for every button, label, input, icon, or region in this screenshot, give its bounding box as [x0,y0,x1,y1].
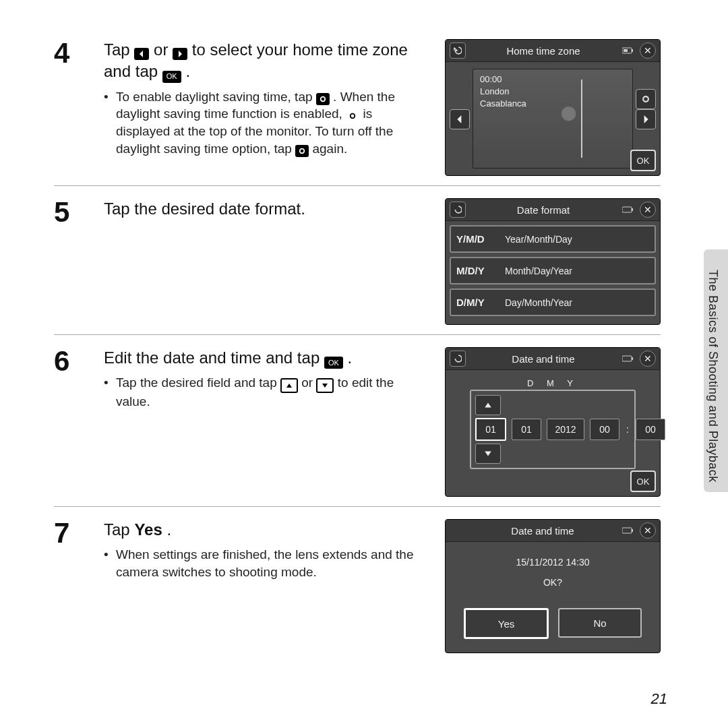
dmy-header: D M Y [452,378,653,388]
no-button[interactable]: No [558,608,642,638]
step-6-bullet: Tap the desired field and tap or to edit… [104,374,426,411]
step-4-headline: Tap or to select your home time zone and… [104,39,426,83]
screen-title: Date and time [468,525,617,537]
option-label: Month/Day/Year [505,266,572,276]
decrement-button[interactable] [475,444,501,464]
text: Tap [104,520,134,539]
hour-field[interactable]: 00 [590,419,619,440]
screen-date-format: Date format ✕ Y/M/D Year/Month/Day M/D/Y… [445,198,661,325]
battery-icon [621,202,636,217]
year-field[interactable]: 2012 [547,419,584,440]
down-arrow-icon [316,378,334,393]
svg-point-3 [351,115,355,118]
step-4-bullet: To enable daylight saving time, tap . Wh… [104,88,426,158]
ok-button[interactable]: OK [630,150,656,171]
svg-rect-8 [624,49,628,52]
step-number: 4 [54,39,85,176]
minute-field[interactable]: 00 [636,419,665,440]
back-icon[interactable] [450,202,466,218]
text: to select your home time zone and tap [104,40,408,80]
battery-icon [621,43,636,58]
option-label: Year/Month/Day [505,234,572,245]
option-label: Day/Month/Year [505,297,572,308]
svg-rect-13 [622,356,632,361]
svg-rect-16 [632,529,633,532]
close-icon[interactable]: ✕ [640,42,656,59]
confirm-datetime: 15/11/2012 14:30 [452,557,653,568]
svg-rect-11 [622,207,632,212]
yes-button[interactable]: Yes [464,608,549,639]
svg-point-1 [321,97,324,100]
day-field[interactable]: 01 [475,418,506,441]
right-arrow-icon [173,48,187,60]
svg-rect-7 [632,49,633,52]
battery-icon [621,351,636,366]
back-icon[interactable] [450,351,466,367]
date-format-option-ymd[interactable]: Y/M/D Year/Month/Day [450,225,656,253]
screen-title: Date and time [470,353,617,365]
step-number: 7 [54,519,85,653]
map-time: 00:00 [480,73,526,86]
step-7: 7 Tap Yes . When settings are finished, … [54,507,661,663]
ok-icon: OK [162,71,181,83]
prev-timezone-button[interactable] [450,109,470,129]
text: Edit the date and time and tap [104,348,324,367]
step-7-bullet: When settings are finished, the lens ext… [104,546,426,580]
page-number: 21 [651,690,667,708]
confirm-prompt: OK? [452,577,653,588]
map-city: Casablanca [480,98,526,110]
close-icon[interactable]: ✕ [640,202,656,218]
step-number: 5 [54,198,85,325]
step-4: 4 Tap or to select your home time zone a… [54,27,661,186]
step-7-headline: Tap Yes . [104,519,426,541]
text: Tap the desired field and tap [116,375,280,390]
screen-home-time-zone: Home time zone ✕ 00:00 London Casablanca [445,39,661,176]
text: . [185,62,190,80]
step-5-headline: Tap the desired date format. [104,198,426,220]
ok-button[interactable]: OK [630,471,656,492]
step-6: 6 Edit the date and time and tap OK . Ta… [54,335,661,507]
dst-icon [295,145,309,157]
increment-button[interactable] [475,395,501,415]
side-section-label: The Basics of Shooting and Playback [706,270,720,483]
svg-point-5 [301,149,304,152]
option-key: D/M/Y [456,297,495,308]
date-format-option-mdy[interactable]: M/D/Y Month/Day/Year [450,257,656,284]
battery-icon [621,523,636,538]
text: . [348,348,353,367]
svg-rect-15 [622,528,632,533]
datetime-editor: 01 01 2012 00 : 00 [470,390,636,469]
option-key: Y/M/D [456,233,495,245]
dst-icon [316,93,330,105]
date-format-option-dmy[interactable]: D/M/Y Day/Month/Year [450,289,656,316]
month-field[interactable]: 01 [512,419,541,440]
close-icon[interactable]: ✕ [640,522,656,539]
map-city: London [480,86,526,98]
left-arrow-icon [134,48,149,60]
step-6-headline: Edit the date and time and tap OK . [104,347,426,369]
screen-title: Home time zone [470,45,617,57]
text: To enable daylight saving time, tap [116,90,316,104]
time-separator: : [625,424,630,435]
dst-enabled-icon [346,110,359,122]
text: or [301,375,316,390]
back-icon[interactable] [450,42,466,59]
screen-date-and-time: Date and time ✕ D M Y 01 01 2012 00 : [445,347,661,497]
close-icon[interactable]: ✕ [640,351,656,367]
step-number: 6 [54,347,85,497]
text: or [154,40,173,59]
text: . [166,520,171,539]
world-map: 00:00 London Casablanca [473,69,633,169]
dst-toggle-button[interactable] [636,89,656,109]
svg-rect-14 [632,357,633,360]
step-5: 5 Tap the desired date format. Date form… [54,186,661,335]
option-key: M/D/Y [456,265,495,276]
screen-confirm: Date and time ✕ 15/11/2012 14:30 OK? Yes… [445,519,661,653]
screen-title: Date format [470,204,617,216]
text: again. [312,142,347,156]
text: Tap [104,40,134,59]
text-yes: Yes [134,520,162,539]
up-arrow-icon [280,378,298,393]
next-timezone-button[interactable] [636,109,656,129]
svg-rect-12 [632,208,633,211]
